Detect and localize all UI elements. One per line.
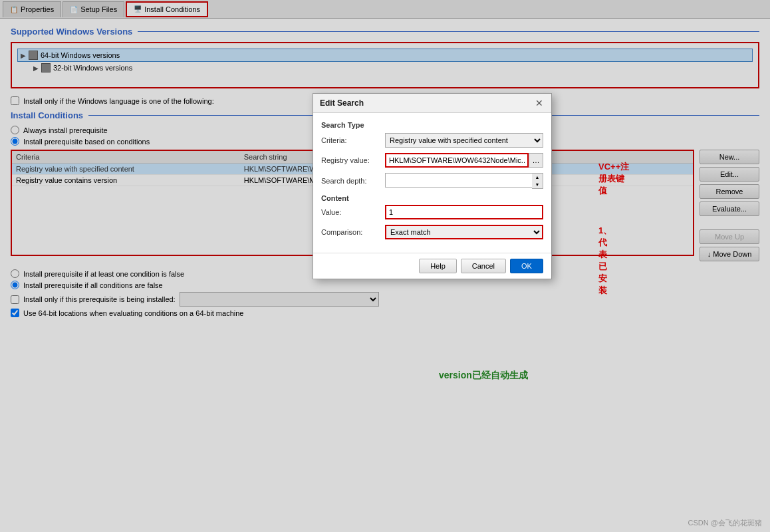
edit-search-dialog: Edit Search ✕ Search Type Criteria: Regi… xyxy=(313,93,552,279)
value-input[interactable] xyxy=(385,205,543,219)
registry-value-input[interactable] xyxy=(385,153,529,168)
cancel-button[interactable]: Cancel xyxy=(461,259,506,273)
search-depth-spinbox: ▲ ▼ xyxy=(385,173,543,189)
dialog-title: Edit Search xyxy=(320,98,364,108)
content-section-label: Content xyxy=(321,194,543,202)
help-button[interactable]: Help xyxy=(419,259,457,273)
search-depth-row: Search depth: ▲ ▼ xyxy=(321,173,543,189)
comparison-label: Comparison: xyxy=(321,228,381,236)
criteria-row: Criteria: Registry value with specified … xyxy=(321,133,543,148)
value-row: Value: xyxy=(321,205,543,219)
comparison-row: Comparison: Exact match xyxy=(321,225,543,239)
registry-value-label: Registry value: xyxy=(321,156,381,164)
spinbox-down-button[interactable]: ▼ xyxy=(532,181,543,188)
value-label: Value: xyxy=(321,208,381,216)
dialog-close-button[interactable]: ✕ xyxy=(534,98,545,108)
dialog-footer: Help Cancel OK xyxy=(313,253,551,279)
dialog-body: Search Type Criteria: Registry value wit… xyxy=(313,113,551,253)
dialog-titlebar: Edit Search ✕ xyxy=(313,94,551,113)
search-depth-label: Search depth: xyxy=(321,177,381,185)
registry-input-group: … xyxy=(385,153,543,168)
comparison-select[interactable]: Exact match xyxy=(385,225,543,239)
registry-value-row: Registry value: … xyxy=(321,153,543,168)
registry-browse-button[interactable]: … xyxy=(529,153,543,168)
ok-button[interactable]: OK xyxy=(510,259,543,273)
criteria-select[interactable]: Registry value with specified content xyxy=(385,133,543,148)
criteria-label: Criteria: xyxy=(321,136,381,144)
search-type-label: Search Type xyxy=(321,121,543,129)
spinbox-up-button[interactable]: ▲ xyxy=(532,174,543,181)
spinbox-buttons: ▲ ▼ xyxy=(532,173,543,189)
search-depth-input[interactable] xyxy=(385,173,532,188)
